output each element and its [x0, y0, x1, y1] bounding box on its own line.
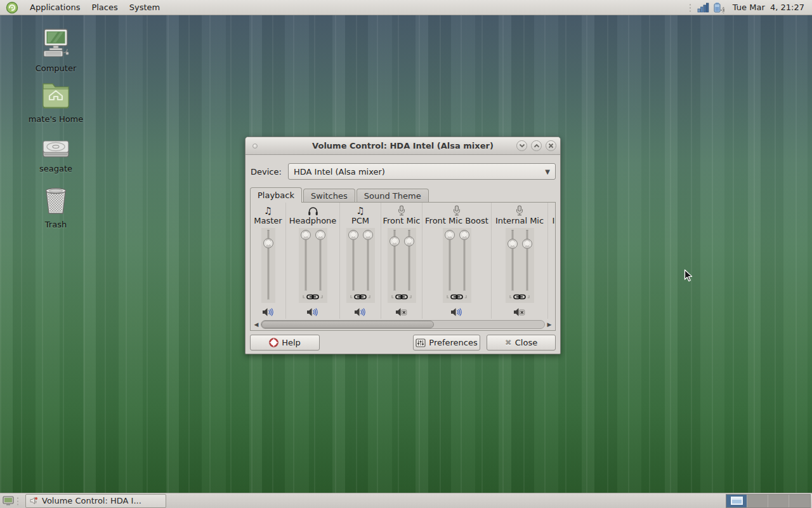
headphones-icon [308, 206, 318, 216]
channel-link-toggle[interactable] [346, 293, 375, 301]
tab-label: Sound Theme [364, 191, 421, 201]
channel-link-toggle[interactable] [299, 293, 327, 301]
unshade-button[interactable] [531, 140, 542, 151]
microphone-icon [397, 205, 406, 216]
speaker-muted-icon [395, 307, 408, 317]
tab-sound-theme[interactable]: Sound Theme [357, 189, 429, 202]
workspace-3[interactable] [768, 495, 789, 507]
channel-icon [308, 205, 318, 216]
top-panel: Applications Places System Tue Mar 4, 21… [0, 0, 812, 15]
volume-slider[interactable] [390, 229, 399, 303]
desktop-icon-computer[interactable]: Computer [18, 27, 94, 73]
mute-toggle[interactable] [513, 307, 526, 317]
desktop-icon-seagate[interactable]: seagate [18, 131, 94, 173]
device-combobox-value: HDA Intel (Alsa mixer) [294, 167, 385, 177]
task-button-volume-control[interactable]: Volume Control: HDA I... [25, 494, 166, 508]
scrollbar-trough[interactable] [261, 320, 545, 329]
home-folder-icon [39, 79, 72, 110]
tab-playback[interactable]: Playback [250, 187, 302, 203]
panel-clock[interactable]: Tue Mar 4, 21:27 [730, 3, 807, 12]
microphone-icon [515, 205, 524, 216]
desktop-icon-home[interactable]: mate's Home [18, 79, 94, 124]
channel-icon [515, 205, 524, 216]
desktop-icon-label: seagate [18, 164, 94, 173]
scroll-left-arrow-icon[interactable]: ◀ [252, 320, 261, 329]
slider-knob[interactable] [348, 230, 358, 240]
shade-button[interactable] [516, 140, 527, 151]
volume-slider[interactable] [523, 229, 532, 303]
window-titlebar[interactable]: Volume Control: HDA Intel (Alsa mixer) [246, 137, 560, 155]
channel-strip: Front Mic Boost [422, 203, 492, 319]
menu-applications[interactable]: Applications [24, 0, 86, 15]
task-button-label: Volume Control: HDA I... [42, 496, 141, 505]
horizontal-scrollbar[interactable]: ◀ ▶ [252, 320, 554, 329]
tab-label: Switches [311, 191, 348, 201]
volume-slider[interactable] [316, 229, 325, 303]
tab-switches[interactable]: Switches [303, 189, 355, 202]
help-button-label: Help [282, 338, 301, 347]
channel-label: PCM [351, 216, 369, 227]
volume-slider[interactable] [405, 229, 414, 303]
workspace-switcher [726, 494, 811, 508]
volume-slider[interactable] [264, 229, 273, 303]
microphone-icon [452, 205, 461, 216]
slider-panel [443, 228, 471, 303]
channel-link-toggle[interactable] [506, 293, 534, 301]
channel-strip: ♫Master [251, 203, 286, 319]
channel-strip: Ir [548, 203, 555, 319]
panel-grip[interactable] [689, 3, 692, 12]
menu-system-label: System [129, 3, 160, 12]
slider-knob[interactable] [445, 230, 455, 240]
channel-icon [397, 205, 406, 216]
workspace-1[interactable] [726, 495, 747, 507]
mute-toggle[interactable] [450, 307, 463, 317]
menu-system[interactable]: System [124, 0, 166, 15]
mute-toggle[interactable] [306, 307, 319, 317]
volume-slider[interactable] [349, 229, 358, 303]
slider-knob[interactable] [508, 239, 518, 249]
channel-label: Headphone [289, 216, 337, 227]
network-signal-icon[interactable] [697, 2, 710, 13]
menu-places[interactable]: Places [86, 0, 123, 15]
scroll-right-arrow-icon[interactable]: ▶ [545, 320, 554, 329]
preferences-button[interactable]: Preferences [413, 335, 480, 351]
slider-knob[interactable] [363, 230, 373, 240]
trash-icon [40, 185, 72, 216]
volume-slider[interactable] [508, 229, 517, 303]
battery-plug-icon[interactable] [713, 2, 727, 13]
help-button[interactable]: Help [250, 335, 320, 351]
slider-knob[interactable] [404, 236, 414, 246]
channel-link-toggle[interactable] [388, 293, 416, 301]
volume-slider[interactable] [363, 229, 372, 303]
slider-panel [346, 228, 375, 303]
scrollbar-thumb[interactable] [261, 321, 434, 328]
close-button[interactable]: ✖ Close [487, 335, 556, 351]
slider-knob[interactable] [263, 238, 273, 248]
chevron-up-icon [534, 144, 540, 148]
workspace-window-thumbnail [731, 497, 743, 505]
close-icon [548, 143, 554, 149]
slider-knob[interactable] [301, 230, 311, 240]
desktop-icon-trash[interactable]: Trash [18, 183, 94, 229]
channel-link-toggle[interactable] [443, 293, 471, 301]
slider-knob[interactable] [390, 236, 400, 246]
slider-panel [261, 228, 275, 303]
workspace-2[interactable] [747, 495, 768, 507]
slider-knob[interactable] [459, 230, 469, 240]
volume-slider[interactable] [301, 229, 310, 303]
hard-disk-icon [39, 138, 72, 160]
volume-slider[interactable] [445, 229, 454, 303]
device-combobox[interactable]: HDA Intel (Alsa mixer) ▼ [288, 163, 556, 180]
mute-toggle[interactable] [395, 307, 408, 317]
mute-toggle[interactable] [354, 307, 367, 317]
show-desktop-button[interactable] [0, 493, 16, 508]
mate-menu-logo[interactable] [0, 0, 24, 15]
close-window-button[interactable] [546, 140, 556, 151]
mute-toggle[interactable] [262, 307, 275, 317]
slider-knob[interactable] [522, 239, 532, 249]
workspace-4[interactable] [789, 495, 810, 507]
slider-knob[interactable] [315, 230, 325, 240]
taskbar-grip[interactable] [16, 497, 20, 505]
volume-slider[interactable] [460, 229, 469, 303]
speaker-icon [450, 307, 463, 317]
